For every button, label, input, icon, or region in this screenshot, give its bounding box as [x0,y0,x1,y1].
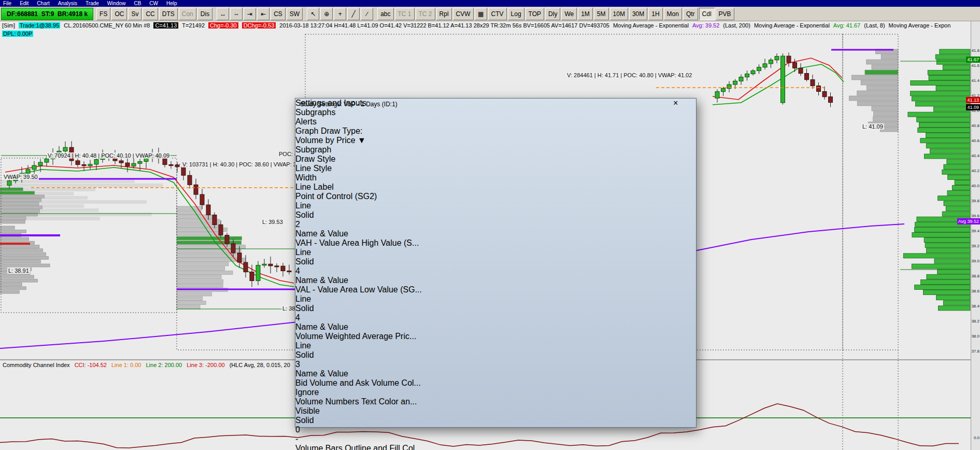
crosshair-lines-icon[interactable]: + [334,8,346,20]
crosshair-tool-icon[interactable]: ⊕ [320,8,333,20]
toolbar-button-log[interactable]: Log [508,8,524,20]
toolbar-button-tc-1[interactable]: TC 1 [395,8,415,20]
toolbar-button-sv[interactable]: Sv [128,8,141,20]
price-scale-value: 38.0 [971,334,979,339]
menu-help[interactable]: Help [166,0,177,7]
menu-trade[interactable]: Trade [86,0,99,7]
toolbar-button-fs[interactable]: FS [96,8,110,20]
subgraph-cell: Solid [295,210,356,220]
status-segment: Moving Average - Exponential [613,22,689,29]
pointer-tool-icon[interactable]: ↖ [307,8,319,20]
subgraph-cell: Name & Value [295,229,374,238]
toolbar-button-cvw[interactable]: CVW [453,8,474,20]
toolbar-button-abc[interactable]: abc [377,8,393,20]
menu-chart[interactable]: Chart [37,0,49,7]
toolbar-button-qtr[interactable]: Qtr [683,8,698,20]
price-scale-value: 40.4 [971,153,979,158]
subgraph-row[interactable]: VAL - Value Area Low Value (SG...LineSol… [295,285,696,332]
status-segment: Chg=-0.30 [208,22,238,29]
grid-icon[interactable]: ▦ [475,8,487,20]
toolbar-button-sw[interactable]: SW [287,8,303,20]
column-header-draw-style[interactable]: Draw Style [295,154,363,164]
menu-cw[interactable]: CW [149,0,158,7]
status-segment: C=41.13 [153,22,178,29]
subgraph-cell: 3 [295,360,326,369]
toolbar-button-ctv[interactable]: CTV [488,8,507,20]
status-segment: Avg: 39.52 [692,22,719,29]
menu-analysis[interactable]: Analysis [58,0,77,7]
cci-text-segment: (HLC Avg, 28, 0.015, 20 [230,362,290,368]
subgraph-cell: 4 [295,313,326,322]
toolbar-button-5m[interactable]: 5M [594,8,609,20]
ray-tool-icon[interactable]: ∕ [361,8,373,20]
price-scale-value: 39.8 [971,199,979,203]
toolbar-button-pvb[interactable]: PVB [716,8,734,20]
toolbar-button-cs[interactable]: CS [271,8,286,20]
menu-edit[interactable]: Edit [20,0,29,7]
status-segment: CL.20160500.CME_NY 60 Min #8 [64,22,150,29]
chart-status-line: [Sim]Trade:1@38.95CL.20160500.CME_NY 60 … [2,22,968,30]
scale-range-icon[interactable]: ↔ [217,8,229,20]
subgraph-name: Bid Volume and Ask Volume Col... [295,378,421,387]
subgraph-cell: Ignore [295,388,363,397]
subgraph-cell: 4 [295,266,326,276]
subgraph-cell: 0 [295,425,326,434]
subgraph-name-cell: Volume Numbers Text Color an... [295,397,426,406]
column-header-subgraph[interactable]: Subgraph [295,145,426,154]
price-scale-tag: 41.09 [966,104,980,110]
shift-right-icon[interactable]: ⇥ [244,8,256,20]
subgraph-row[interactable]: Volume Bars Outline and Fill Col...Visib… [295,444,696,450]
session-info-badge: DF:668881 ST:9 BR:4918 k [1,8,93,20]
status-segment: T=21492 [182,22,205,29]
toolbar-button-rpl[interactable]: Rpl [436,8,452,20]
toolbar-button-cdl[interactable]: Cdl [699,8,715,20]
subgraph-cell: 2 [295,220,326,229]
trendline-tool-icon[interactable]: ╱ [347,8,360,20]
subgraph-cell: Line [295,201,363,210]
toolbar-button-1m[interactable]: 1M [578,8,593,20]
column-header-line-label[interactable]: Line Label [295,182,374,192]
menu-file[interactable]: File [3,0,11,7]
toolbar-button-dts[interactable]: DTS [159,8,178,20]
toolbar-button-10m[interactable]: 10M [610,8,628,20]
subgraph-row[interactable]: Volume Weighted Average Pric...LineSolid… [295,332,696,378]
subgraphs-table-header: SubgraphDraw StyleLine StyleWidthLine La… [295,145,696,192]
chevron-down-icon[interactable]: ▼ [358,136,366,145]
graph-draw-type-select[interactable]: Volume by Price ▼ [295,136,408,145]
toolbar-button-cc[interactable]: CC [143,8,158,20]
vbp-summary-label-1: V: 70924 | H: 40.48 | POC: 40.10 | VWAP:… [47,152,171,159]
subgraph-row[interactable]: Volume Numbers Text Color an...VisibleSo… [295,397,696,444]
toolbar-button-mon[interactable]: Mon [664,8,682,20]
subgraph-cell: Line [295,341,363,350]
price-scale-value: 38.4 [971,304,979,308]
cci-text-segment: Commodity Channel Index [3,362,70,368]
cci-text-segment: Line 3: -200.00 [187,362,224,368]
subgraph-row[interactable]: VAH - Value Area High Value (S...LineSol… [295,238,696,285]
subgraph-cell: Name & Value [295,369,374,378]
price-scale[interactable]: 41.841.641.441.241.040.840.640.440.240.0… [971,21,980,450]
toolbar-button-dly[interactable]: Dly [545,8,560,20]
close-button[interactable]: × [673,99,692,108]
subgraph-row[interactable]: Point of Control (SG2)LineSolid2Name & V… [295,192,696,238]
toolbar-button-dis[interactable]: Dis [197,8,212,20]
column-header-width[interactable]: Width [295,173,326,182]
subgraph-cell: Line [295,294,363,304]
toolbar-button-oc[interactable]: OC [111,8,127,20]
toolbar-button-tc-2[interactable]: TC 2 [416,8,435,20]
bar-spacing-icon[interactable]: ⇔ [230,8,243,20]
subgraph-row[interactable]: Bid Volume and Ask Volume Col...Ignore [295,378,696,397]
toolbar-button-30m[interactable]: 30M [629,8,647,20]
subgraph-cell: Solid [295,350,356,360]
toolbar-button-con[interactable]: Con [179,8,196,20]
shift-left-icon[interactable]: ⇤ [257,8,269,20]
toolbar-button-top[interactable]: TOP [525,8,544,20]
menu-cb[interactable]: CB [134,0,141,7]
column-header-line-style[interactable]: Line Style [295,164,356,173]
subgraph-name: VAL - Value Area Low Value (SG... [295,285,422,294]
toolbar-button-1h[interactable]: 1H [648,8,662,20]
tab-alerts[interactable]: Alerts [295,117,696,126]
menu-window[interactable]: Window [107,0,126,7]
toolbar-button-we[interactable]: We [561,8,577,20]
menu-bar: FileEditChartAnalysisTradeWindowCBCWHelp [0,0,980,7]
cci-study-label: Commodity Channel IndexCCI: -104.52Line … [3,362,295,368]
